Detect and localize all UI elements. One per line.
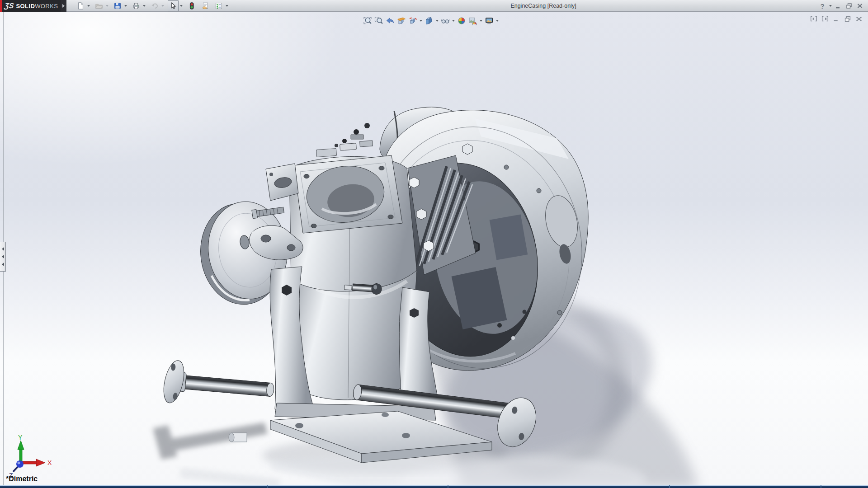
minimize-icon xyxy=(835,2,842,9)
cylinder-flange xyxy=(294,155,402,233)
zoom-to-fit-button[interactable] xyxy=(362,15,373,27)
zoom-to-area-icon xyxy=(374,16,383,25)
display-style-dropdown[interactable] xyxy=(434,15,439,26)
feature-tree-collapsed-tab[interactable] xyxy=(0,242,6,272)
view-settings-button[interactable] xyxy=(483,15,495,27)
triad-x-label: X xyxy=(47,459,52,466)
taskbar-edge xyxy=(0,485,868,488)
standard-toolbar xyxy=(75,0,229,11)
options-button[interactable] xyxy=(213,0,224,11)
graphics-area[interactable]: Y X Z *Dimetric xyxy=(0,12,868,485)
section-view-button[interactable] xyxy=(396,15,407,27)
view-orientation-dropdown[interactable] xyxy=(418,15,423,26)
save-dropdown[interactable] xyxy=(123,0,128,11)
close-button[interactable] xyxy=(854,1,865,11)
rebuild-traffic-light-icon xyxy=(188,2,196,10)
heads-up-view-toolbar xyxy=(362,15,500,27)
engine-casing-geometry xyxy=(160,107,599,463)
titlebar: ƷS SOLIDWORKS xyxy=(0,0,868,12)
apply-scene-icon xyxy=(468,16,477,25)
brand-red-stripe xyxy=(0,0,2,12)
rebuild-button[interactable] xyxy=(186,0,197,11)
select-tool-button[interactable] xyxy=(168,0,179,11)
display-style-button[interactable] xyxy=(423,15,434,27)
new-document-icon xyxy=(76,2,85,10)
triad-y-label: Y xyxy=(18,434,23,441)
hide-show-items-dropdown[interactable] xyxy=(451,15,456,26)
open-icon xyxy=(95,2,103,10)
undo-button[interactable] xyxy=(149,0,160,11)
menu-expand-arrow[interactable] xyxy=(61,0,66,12)
handle-bar-left xyxy=(160,358,276,413)
model-engine-casing[interactable] xyxy=(0,0,868,488)
brand-name-bold: SOLID xyxy=(16,3,35,9)
edit-appearance-button[interactable] xyxy=(456,15,467,27)
open-button[interactable] xyxy=(94,0,104,11)
show-right-pane-button[interactable] xyxy=(819,14,830,24)
print-icon xyxy=(132,2,140,10)
new-dropdown[interactable] xyxy=(86,0,91,11)
undo-icon xyxy=(151,2,159,10)
restore-icon xyxy=(845,2,853,9)
options-icon xyxy=(215,2,223,10)
apply-scene-dropdown[interactable] xyxy=(478,15,483,26)
save-icon xyxy=(113,2,122,10)
section-view-icon xyxy=(397,16,406,25)
taskbar-separator xyxy=(669,485,670,488)
file-properties-icon xyxy=(201,2,209,10)
save-button[interactable] xyxy=(112,0,123,11)
edit-appearance-ball-icon xyxy=(457,16,466,25)
print-button[interactable] xyxy=(131,0,142,11)
help-dropdown[interactable] xyxy=(828,0,833,11)
select-dropdown[interactable] xyxy=(179,0,184,11)
show-right-pane-icon xyxy=(821,15,829,23)
show-left-pane-button[interactable] xyxy=(808,14,819,24)
view-orientation-button[interactable] xyxy=(407,15,418,27)
minimize-button[interactable] xyxy=(833,1,844,11)
apply-scene-button[interactable] xyxy=(467,15,478,27)
minimize-document-icon xyxy=(832,15,840,23)
restore-document-icon xyxy=(844,15,852,23)
previous-view-button[interactable] xyxy=(384,15,396,27)
close-icon xyxy=(856,2,863,9)
taskbar-separator xyxy=(821,485,821,488)
minimize-document-button[interactable] xyxy=(830,14,842,24)
taskbar-separator xyxy=(267,485,268,488)
brand-name-light: WORKS xyxy=(35,3,58,9)
show-left-pane-icon xyxy=(810,15,818,23)
window-controls: ? xyxy=(817,0,865,11)
help-button[interactable]: ? xyxy=(817,1,828,11)
expand-left-arrow-icon xyxy=(2,263,4,266)
zoom-to-area-button[interactable] xyxy=(373,15,384,27)
undo-dropdown[interactable] xyxy=(160,0,165,11)
solidworks-logo-icon: ƷS xyxy=(4,2,14,10)
open-dropdown[interactable] xyxy=(104,0,109,11)
hide-show-items-glasses-icon xyxy=(441,16,450,25)
options-dropdown[interactable] xyxy=(224,0,229,11)
view-orientation-icon xyxy=(408,16,417,25)
new-document-button[interactable] xyxy=(75,0,86,11)
hide-show-items-button[interactable] xyxy=(439,15,451,27)
restore-button[interactable] xyxy=(844,1,854,11)
expand-left-arrow-icon xyxy=(2,255,4,258)
view-settings-dropdown[interactable] xyxy=(495,15,500,26)
zoom-to-fit-icon xyxy=(363,16,372,25)
print-dropdown[interactable] xyxy=(142,0,146,11)
taskbar-separator xyxy=(448,485,448,488)
document-window-controls xyxy=(808,14,864,24)
view-settings-icon xyxy=(485,16,494,25)
file-properties-button[interactable] xyxy=(200,0,211,11)
previous-view-icon xyxy=(386,16,395,25)
view-orientation-name: *Dimetric xyxy=(6,475,38,483)
solidworks-logo-menu[interactable]: ƷS SOLIDWORKS xyxy=(0,0,61,12)
intake-mount-parts xyxy=(316,139,373,157)
close-document-button[interactable] xyxy=(853,14,864,24)
close-document-icon xyxy=(855,15,863,23)
window-title: EngineCasing [Read-only] xyxy=(480,0,607,12)
expand-left-arrow-icon xyxy=(2,247,4,251)
display-style-icon xyxy=(425,16,434,25)
select-cursor-icon xyxy=(169,2,177,10)
restore-document-button[interactable] xyxy=(842,14,853,24)
